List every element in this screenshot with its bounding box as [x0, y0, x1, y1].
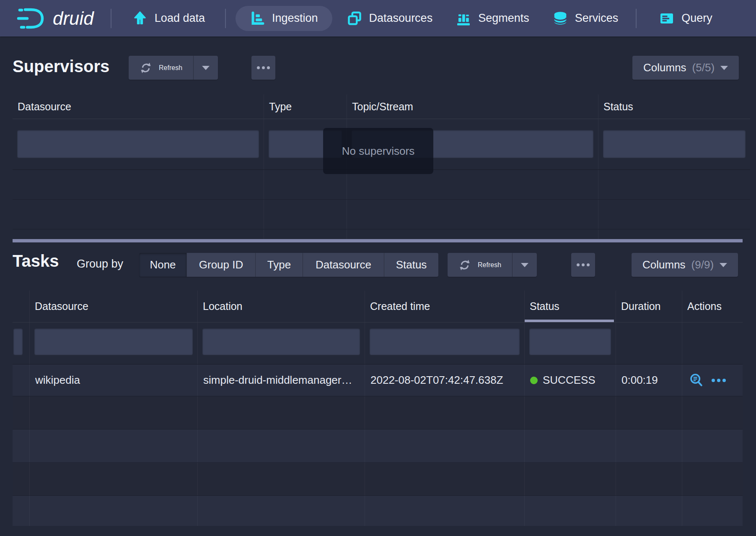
- empty-row: [13, 200, 750, 229]
- segments-icon: [456, 11, 471, 26]
- group-by-type-button[interactable]: Type: [255, 253, 303, 277]
- cell-datasource: wikipedia: [30, 364, 198, 396]
- cell-status: SUCCESS: [525, 364, 616, 396]
- nav-item-segments[interactable]: Segments: [456, 11, 529, 26]
- tasks-more-button[interactable]: [571, 253, 595, 277]
- refresh-icon: [140, 62, 152, 74]
- nav-item-query[interactable]: Query: [659, 11, 712, 26]
- column-header-status[interactable]: Status: [525, 291, 616, 322]
- group-by-none-button[interactable]: None: [139, 253, 186, 277]
- empty-row: [13, 496, 743, 526]
- nav-item-ingestion[interactable]: Ingestion: [236, 6, 332, 31]
- more-icon: [577, 263, 590, 266]
- tasks-refresh-split-button: Refresh: [448, 253, 537, 277]
- datasource-filter-input[interactable]: [34, 328, 193, 355]
- tasks-refresh-dropdown-button[interactable]: [512, 253, 537, 277]
- chevron-down-icon: [202, 66, 210, 70]
- refresh-label: Refresh: [159, 64, 182, 72]
- column-header-status[interactable]: Status: [598, 94, 750, 119]
- more-icon: [257, 66, 270, 69]
- chevron-down-icon: [521, 263, 528, 267]
- group-by-button-group: None Group ID Type Datasource Status: [139, 253, 438, 277]
- tasks-columns-button[interactable]: Columns(9/9): [632, 253, 738, 277]
- tasks-refresh-button[interactable]: Refresh: [448, 253, 512, 277]
- navbar-divider: [225, 9, 226, 28]
- horizontal-scrollbar[interactable]: [13, 239, 743, 242]
- columns-count: (9/9): [691, 258, 714, 271]
- druid-logo-icon[interactable]: [16, 7, 49, 30]
- navbar: druid Load data Ingestion Datasources: [0, 0, 756, 36]
- datasource-filter-input[interactable]: [17, 130, 259, 158]
- column-header-datasource[interactable]: Datasource: [13, 94, 264, 119]
- upload-icon: [132, 11, 148, 26]
- nav-label: Query: [681, 12, 712, 25]
- druid-console: druid Load data Ingestion Datasources: [0, 0, 756, 536]
- supervisors-refresh-split-button: Refresh: [129, 56, 218, 80]
- group-by-status-button[interactable]: Status: [384, 253, 438, 277]
- column-header-hidden[interactable]: [13, 291, 30, 322]
- group-by-datasource-button[interactable]: Datasource: [303, 253, 384, 277]
- supervisors-more-button[interactable]: [251, 56, 275, 80]
- tasks-title: Tasks: [13, 252, 59, 271]
- brand-name[interactable]: druid: [53, 8, 94, 29]
- column-header-created-time[interactable]: Created time: [365, 291, 525, 322]
- navbar-divider: [636, 9, 637, 28]
- group-by-group-id-button[interactable]: Group ID: [186, 253, 255, 277]
- column-header-datasource[interactable]: Datasource: [30, 291, 198, 322]
- nav-item-load-data[interactable]: Load data: [132, 11, 205, 26]
- supervisors-header-row: Datasource Type Topic/Stream Status: [13, 94, 750, 119]
- status-filter-input[interactable]: [529, 328, 611, 355]
- location-filter-input[interactable]: [202, 328, 360, 355]
- column-header-type[interactable]: Type: [264, 94, 347, 119]
- empty-row: [13, 429, 743, 463]
- services-icon: [553, 11, 568, 26]
- nav-label: Datasources: [369, 12, 433, 25]
- datasources-icon: [347, 11, 362, 26]
- empty-message: No supervisors: [342, 145, 414, 158]
- columns-count: (5/5): [692, 61, 715, 74]
- success-status-dot: [530, 377, 538, 384]
- hidden-column-filter-input[interactable]: [13, 328, 23, 355]
- empty-row: [13, 396, 743, 429]
- task-actions-menu-icon[interactable]: [712, 379, 726, 382]
- nav-label: Ingestion: [272, 12, 318, 25]
- column-header-location[interactable]: Location: [198, 291, 365, 322]
- refresh-icon: [458, 259, 471, 271]
- tasks-filter-row: [13, 323, 743, 364]
- column-header-actions[interactable]: Actions: [682, 291, 743, 322]
- columns-label: Columns: [642, 258, 686, 271]
- nav-label: Segments: [478, 12, 529, 25]
- column-header-topic-stream[interactable]: Topic/Stream: [347, 94, 598, 119]
- tasks-header-row: Datasource Location Created time Status …: [13, 291, 743, 323]
- columns-label: Columns: [643, 61, 686, 74]
- status-filter-input[interactable]: [603, 130, 746, 158]
- task-row-wikipedia[interactable]: wikipedia simple-druid-middlemanager… 20…: [13, 364, 743, 396]
- status-text: SUCCESS: [543, 364, 595, 396]
- cell-location: simple-druid-middlemanager…: [198, 364, 365, 396]
- cell-duration: 0:00:19: [616, 364, 682, 396]
- created-time-filter-input[interactable]: [370, 328, 520, 355]
- cell-actions: [682, 364, 743, 396]
- refresh-label: Refresh: [478, 261, 501, 269]
- chevron-down-icon: [720, 263, 727, 267]
- empty-row: [13, 170, 750, 200]
- nav-item-datasources[interactable]: Datasources: [347, 11, 433, 26]
- nav-label: Load data: [155, 12, 205, 25]
- column-header-duration[interactable]: Duration: [616, 291, 682, 322]
- supervisors-refresh-dropdown-button[interactable]: [193, 56, 218, 80]
- tasks-table: Datasource Location Created time Status …: [13, 291, 743, 523]
- task-details-magnifier-icon[interactable]: [689, 373, 704, 388]
- supervisors-refresh-button[interactable]: Refresh: [129, 56, 193, 80]
- nav-item-services[interactable]: Services: [553, 11, 619, 26]
- cell-created-time: 2022-08-02T07:42:47.638Z: [365, 364, 525, 396]
- chevron-down-icon: [720, 66, 728, 70]
- query-icon: [659, 11, 674, 26]
- empty-row: [13, 463, 743, 496]
- supervisors-title: Supervisors: [13, 57, 109, 76]
- ingestion-icon: [250, 11, 265, 26]
- nav-label: Services: [575, 12, 619, 25]
- supervisors-table: Datasource Type Topic/Stream Status No s…: [13, 94, 750, 242]
- no-supervisors-overlay: No supervisors: [323, 128, 433, 174]
- supervisors-columns-button[interactable]: Columns(5/5): [632, 56, 739, 80]
- group-by-label: Group by: [77, 258, 123, 271]
